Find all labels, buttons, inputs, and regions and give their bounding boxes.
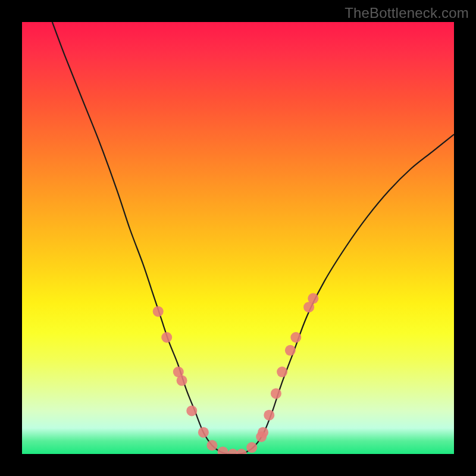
- data-marker: [277, 367, 287, 377]
- data-marker: [264, 410, 274, 421]
- plot-area: [22, 22, 454, 454]
- chart-frame: TheBottleneck.com: [0, 0, 476, 476]
- data-marker: [198, 427, 209, 438]
- data-marker: [161, 332, 172, 343]
- data-marker: [271, 388, 281, 399]
- data-marker: [258, 427, 268, 438]
- data-marker: [308, 293, 318, 304]
- data-marker: [236, 449, 247, 454]
- bottleneck-curve-svg: [22, 22, 454, 454]
- data-marker: [153, 306, 164, 317]
- data-marker: [290, 332, 301, 343]
- data-markers: [153, 293, 319, 454]
- data-marker: [218, 446, 228, 454]
- data-marker: [246, 442, 257, 453]
- data-marker: [177, 375, 187, 386]
- data-marker: [285, 345, 296, 356]
- bottleneck-curve: [52, 22, 454, 454]
- data-marker: [186, 405, 197, 416]
- watermark-text: TheBottleneck.com: [345, 5, 469, 21]
- data-marker: [206, 440, 217, 451]
